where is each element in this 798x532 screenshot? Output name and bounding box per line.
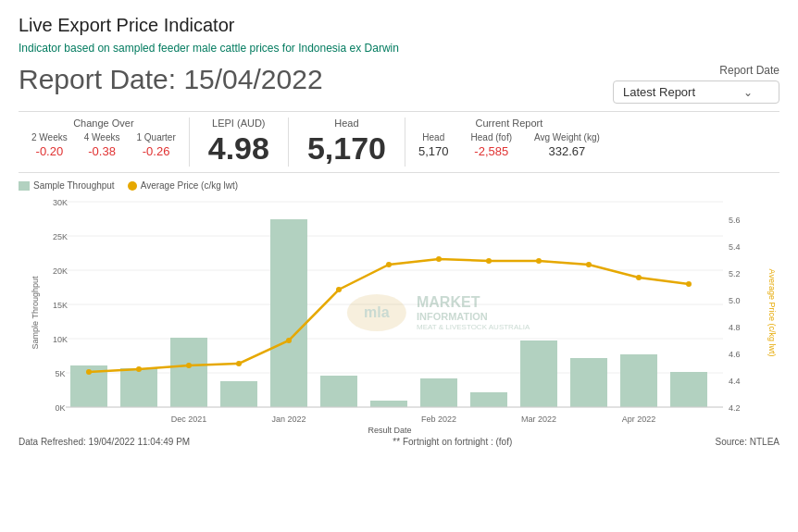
change-2w-value: -0.20: [36, 144, 64, 158]
price-dot-5: [336, 287, 342, 292]
price-legend-swatch: [128, 181, 137, 191]
change-2w-label: 2 Weeks: [31, 132, 68, 142]
price-dot-9: [536, 258, 542, 264]
price-dot-7: [436, 256, 442, 262]
svg-text:Sample Throughput: Sample Throughput: [31, 276, 40, 349]
bar-1: [120, 368, 157, 407]
price-dot-1: [136, 366, 142, 372]
selector-title: Report Date: [719, 64, 779, 77]
throughput-legend-label: Sample Throughput: [33, 180, 115, 191]
cr-head-fof-label: Head (fof): [471, 132, 512, 142]
current-report-section: Current Report Head 5,170 Head (fof) -2,…: [405, 118, 613, 167]
svg-text:Mar 2022: Mar 2022: [521, 414, 556, 424]
svg-text:Jan 2022: Jan 2022: [271, 414, 305, 424]
svg-text:4.2: 4.2: [729, 403, 741, 413]
svg-text:5.4: 5.4: [729, 242, 741, 252]
bar-8: [470, 392, 507, 407]
lepi-label: LEPI (AUD): [212, 118, 265, 129]
cr-head-value: 5,170: [418, 144, 449, 158]
bar-4: [270, 219, 307, 407]
cr-head: Head 5,170: [418, 132, 449, 158]
svg-text:30K: 30K: [53, 198, 68, 207]
data-refreshed: Data Refreshed: 19/04/2022 11:04:49 PM: [19, 437, 190, 447]
cr-head-fof-value: -2,585: [474, 144, 508, 158]
source: Source: NTLEA: [716, 437, 779, 447]
dropdown-value: Latest Report: [623, 85, 695, 99]
cr-head-fof: Head (fof) -2,585: [471, 132, 512, 158]
footer-bar: Data Refreshed: 19/04/2022 11:04:49 PM *…: [19, 437, 779, 447]
page-title: Live Export Price Indicator: [19, 15, 779, 36]
chart-legend: Sample Throughput Average Price (c/kg lw…: [19, 180, 779, 191]
price-dot-4: [286, 338, 292, 343]
svg-text:5.0: 5.0: [729, 296, 741, 305]
head-section: Head 5,170: [289, 118, 405, 167]
chevron-down-icon: ⌄: [743, 86, 753, 99]
cr-avg-weight: Avg Weight (kg) 332.67: [534, 132, 600, 158]
report-dropdown[interactable]: Latest Report ⌄: [613, 80, 779, 104]
change-over-title: Change Over: [73, 118, 133, 129]
change-2w: 2 Weeks -0.20: [31, 132, 68, 158]
svg-text:5.2: 5.2: [729, 269, 741, 278]
lepi-section: LEPI (AUD) 4.98: [190, 118, 289, 167]
svg-text:Result Date: Result Date: [368, 426, 411, 433]
price-dot-8: [486, 258, 492, 264]
report-date-display: Report Date: 15/04/2022: [19, 64, 323, 95]
change-over-values: 2 Weeks -0.20 4 Weeks -0.38 1 Quarter -0…: [31, 132, 176, 158]
change-1q-label: 1 Quarter: [136, 132, 175, 142]
subtitle: Indicator based on sampled feeder male c…: [19, 42, 779, 55]
price-dot-11: [636, 275, 642, 280]
cr-avg-weight-label: Avg Weight (kg): [534, 132, 600, 142]
svg-text:20K: 20K: [53, 266, 68, 276]
current-report-values: Head 5,170 Head (fof) -2,585 Avg Weight …: [418, 132, 600, 158]
bar-12: [670, 372, 707, 407]
cr-head-label: Head: [422, 132, 444, 142]
chart-container: mla MARKET INFORMATION MEAT & LIVESTOCK …: [19, 192, 779, 433]
head-value: 5,170: [307, 130, 386, 167]
change-4w-value: -0.38: [88, 144, 116, 158]
throughput-legend-swatch: [19, 181, 30, 191]
price-dot-0: [86, 369, 92, 375]
top-section: Report Date: 15/04/2022 Report Date Late…: [19, 64, 779, 104]
price-legend-label: Average Price (c/kg lwt): [141, 180, 238, 191]
bar-5: [320, 376, 357, 407]
cr-avg-weight-value: 332.67: [549, 144, 586, 158]
bar-7: [420, 378, 457, 407]
lepi-value: 4.98: [208, 130, 269, 167]
bar-6: [370, 401, 407, 407]
svg-text:25K: 25K: [53, 232, 68, 241]
bar-9: [520, 340, 557, 407]
svg-text:4.4: 4.4: [729, 377, 741, 386]
svg-text:15K: 15K: [53, 301, 68, 310]
throughput-legend: Sample Throughput: [19, 180, 115, 191]
svg-text:Dec 2021: Dec 2021: [171, 414, 207, 424]
price-dot-6: [386, 262, 392, 267]
price-dot-3: [236, 361, 242, 366]
svg-text:4.8: 4.8: [729, 323, 741, 332]
svg-text:5.6: 5.6: [729, 216, 741, 225]
price-legend: Average Price (c/kg lwt): [128, 180, 238, 191]
current-report-title: Current Report: [476, 118, 543, 129]
svg-text:5K: 5K: [55, 369, 65, 378]
change-1q: 1 Quarter -0.26: [136, 132, 175, 158]
metrics-row: Change Over 2 Weeks -0.20 4 Weeks -0.38 …: [19, 111, 779, 173]
svg-text:Feb 2022: Feb 2022: [421, 414, 456, 424]
bar-11: [620, 354, 657, 407]
svg-text:10K: 10K: [53, 335, 68, 344]
svg-text:Apr 2022: Apr 2022: [622, 414, 656, 424]
bar-3: [220, 381, 257, 407]
svg-text:0K: 0K: [55, 403, 65, 413]
change-over-section: Change Over 2 Weeks -0.20 4 Weeks -0.38 …: [19, 118, 190, 167]
footnote: ** Fortnight on fortnight : (fof): [393, 437, 512, 447]
change-4w-label: 4 Weeks: [84, 132, 120, 142]
report-date-selector: Report Date Latest Report ⌄: [613, 64, 779, 104]
price-dot-12: [686, 281, 692, 287]
price-dot-10: [586, 262, 592, 267]
bar-10: [570, 358, 607, 407]
chart-svg: 0K 5K 10K 15K 20K 25K 30K 4.2 4.4 4.6 4.…: [19, 192, 779, 433]
change-4w: 4 Weeks -0.38: [84, 132, 120, 158]
price-dot-2: [186, 363, 192, 368]
svg-text:4.6: 4.6: [729, 350, 741, 359]
head-label: Head: [334, 118, 358, 129]
change-1q-value: -0.26: [143, 144, 170, 158]
bar-2: [170, 338, 207, 407]
